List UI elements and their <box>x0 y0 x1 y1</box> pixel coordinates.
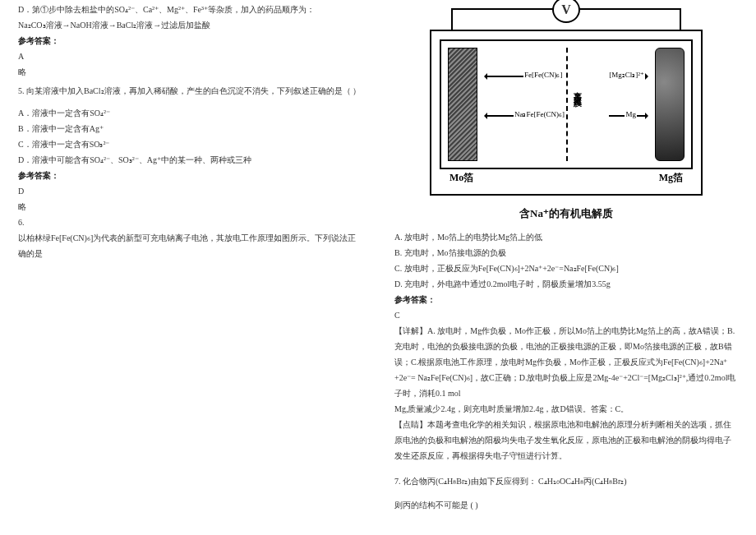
cell-inner: 离子交换膜 Fe[Fe(CN)₆] [Mg₂Cl₃]²⁺ Na₃Fe[Fe(CN… <box>440 39 693 169</box>
ion-exchange-membrane <box>566 48 568 161</box>
skip-text-2: 略 <box>18 199 362 214</box>
detail-text: 放电时，Mg作负极，Mo作正极，所以Mo箔上的电势比Mg箔上的高，故A错误；B.… <box>394 326 735 398</box>
detail-label: 【详解】A. <box>394 326 436 335</box>
arrow-left-top <box>486 76 523 77</box>
option-d-text: D．第①步中除去粗盐中的SO₄²⁻、Ca²⁺、Mg²⁺、Fe³⁺等杂质，加入的药… <box>18 2 362 17</box>
q6-opt-c: C. 放电时，正极反应为Fe[Fe(CN)₆]+2Na⁺+2e⁻=Na₂Fe[F… <box>394 261 738 276</box>
option-d-seq: Na₂CO₃溶液→NaOH溶液→BaCl₂溶液→过滤后加盐酸 <box>18 17 362 33</box>
answer-d: D <box>18 183 362 199</box>
q5-stem: 5. 向某溶液中加入BaCl₂溶液，再加入稀硝酸，产生的白色沉淀不消失，下列叙述… <box>18 83 362 99</box>
point-label: 【点睛】 <box>394 420 427 429</box>
answer-c: C <box>394 307 738 323</box>
q6-stem: 以柏林绿Fe[Fe(CN)₆]为代表的新型可充电钠离子电池，其放电工作原理如图所… <box>18 230 362 261</box>
detail-text-2: Mg,质量减少2.4g，则充电时质量增加2.4g，故D错误。答案：C。 <box>394 401 738 417</box>
mg-electrode <box>655 48 685 161</box>
electrolyte-caption: 含Na⁺的有机电解质 <box>394 204 738 224</box>
q6-number: 6. <box>18 214 362 230</box>
q5-opt-a: A．溶液中一定含有SO₄²⁻ <box>18 105 362 121</box>
answer-a: A <box>18 48 362 64</box>
mg-foil-label: Mg箔 <box>659 168 683 187</box>
cell-box: 离子交换膜 Fe[Fe(CN)₆] [Mg₂Cl₃]²⁺ Na₃Fe[Fe(CN… <box>430 30 703 196</box>
label-fefecn: Fe[Fe(CN)₆] <box>523 68 564 82</box>
q6-opt-d: D. 充电时，外电路中通过0.2mol电子时，阴极质量增加3.55g <box>394 276 738 292</box>
q7-stem-b: 则丙的结构不可能是 ( ) <box>394 497 738 513</box>
membrane-label: 离子交换膜 <box>569 85 585 94</box>
label-na3fe: Na₃Fe[Fe(CN)₆] <box>514 108 565 122</box>
q7-stem: 7. 化合物丙(C₄H₈Br₂)由如下反应得到： C₄H₁₀OC₄H₈丙(C₄H… <box>394 473 738 489</box>
answer-label-3: 参考答案： <box>394 292 738 307</box>
circuit-figure: V 离子交换膜 Fe[Fe(CN)₆] [Mg₂Cl₃]²⁺ Na₃Fe[Fe(… <box>418 2 714 199</box>
answer-label: 参考答案： <box>18 33 362 48</box>
mo-electrode <box>448 48 477 161</box>
q6-opt-a: A. 放电时，Mo箔上的电势比Mg箔上的低 <box>394 229 738 245</box>
q6-opt-b: B. 充电时，Mo箔接电源的负极 <box>394 245 738 261</box>
q5-opt-b: B．溶液中一定含有Ag⁺ <box>18 121 362 136</box>
voltmeter-icon: V <box>552 0 580 23</box>
label-mg2cl3: [Mg₂Cl₃]²⁺ <box>608 68 645 82</box>
answer-label-2: 参考答案： <box>18 168 362 183</box>
point-para: 【点睛】本题考查电化学的相关知识，根据原电池和电解池的原理分析判断相关的选项，抓… <box>394 417 738 464</box>
mo-foil-label: Mo箔 <box>449 168 473 187</box>
q5-opt-d: D．溶液中可能含有SO₄²⁻、SO₃²⁻、Ag⁺中的某一种、两种或三种 <box>18 152 362 168</box>
q5-opt-c: C．溶液中一定含有SO₃²⁻ <box>18 136 362 152</box>
skip-text: 略 <box>18 64 362 80</box>
point-text: 本题考查电化学的相关知识，根据原电池和电解池的原理分析判断相关的选项，抓住原电池… <box>394 420 731 460</box>
label-mg: Mg <box>625 108 637 122</box>
